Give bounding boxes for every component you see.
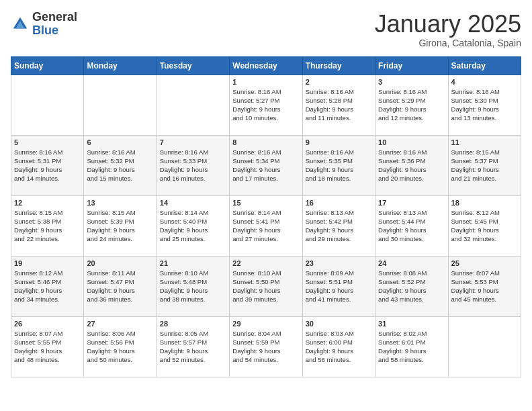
calendar-cell: 12Sunrise: 8:15 AM Sunset: 5:38 PM Dayli… [11, 195, 84, 256]
weekday-header-thursday: Thursday [302, 56, 375, 75]
day-number: 3 [378, 78, 445, 86]
title-block: January 2025 Girona, Catalonia, Spain [375, 11, 521, 48]
day-info: Sunrise: 8:16 AM Sunset: 5:31 PM Dayligh… [14, 148, 81, 183]
day-number: 27 [87, 320, 153, 328]
location-text: Girona, Catalonia, Spain [375, 38, 521, 48]
day-info: Sunrise: 8:16 AM Sunset: 5:33 PM Dayligh… [160, 148, 226, 183]
day-info: Sunrise: 8:12 AM Sunset: 5:46 PM Dayligh… [14, 269, 81, 304]
day-info: Sunrise: 8:16 AM Sunset: 5:34 PM Dayligh… [232, 148, 299, 183]
day-number: 1 [232, 78, 299, 86]
day-number: 23 [306, 259, 372, 267]
day-number: 12 [14, 199, 81, 207]
day-info: Sunrise: 8:11 AM Sunset: 5:47 PM Dayligh… [87, 269, 153, 304]
day-number: 30 [306, 320, 372, 328]
day-number: 15 [232, 199, 299, 207]
day-info: Sunrise: 8:15 AM Sunset: 5:37 PM Dayligh… [451, 148, 518, 183]
day-info: Sunrise: 8:13 AM Sunset: 5:42 PM Dayligh… [306, 208, 372, 244]
day-info: Sunrise: 8:16 AM Sunset: 5:35 PM Dayligh… [306, 148, 372, 183]
calendar-cell: 15Sunrise: 8:14 AM Sunset: 5:41 PM Dayli… [230, 195, 302, 256]
weekday-header-friday: Friday [375, 56, 448, 75]
day-number: 24 [378, 259, 445, 267]
day-info: Sunrise: 8:12 AM Sunset: 5:45 PM Dayligh… [451, 208, 518, 244]
calendar-week-row: 26Sunrise: 8:07 AM Sunset: 5:55 PM Dayli… [11, 316, 521, 377]
calendar-cell: 2Sunrise: 8:16 AM Sunset: 5:28 PM Daylig… [302, 75, 375, 135]
calendar-cell: 10Sunrise: 8:16 AM Sunset: 5:36 PM Dayli… [375, 135, 448, 195]
day-number: 28 [160, 320, 226, 328]
logo-icon [11, 15, 30, 34]
day-info: Sunrise: 8:16 AM Sunset: 5:32 PM Dayligh… [87, 148, 153, 183]
day-number: 20 [87, 259, 153, 267]
day-info: Sunrise: 8:02 AM Sunset: 6:01 PM Dayligh… [378, 329, 445, 365]
day-info: Sunrise: 8:16 AM Sunset: 5:36 PM Dayligh… [378, 148, 445, 183]
day-number: 25 [451, 259, 518, 267]
logo-general-text: General [32, 11, 77, 24]
calendar-cell: 6Sunrise: 8:16 AM Sunset: 5:32 PM Daylig… [84, 135, 157, 195]
logo: General Blue [11, 11, 77, 38]
day-info: Sunrise: 8:16 AM Sunset: 5:27 PM Dayligh… [232, 87, 299, 123]
day-info: Sunrise: 8:15 AM Sunset: 5:38 PM Dayligh… [14, 208, 81, 244]
calendar-cell: 17Sunrise: 8:13 AM Sunset: 5:44 PM Dayli… [375, 195, 448, 256]
calendar-cell: 5Sunrise: 8:16 AM Sunset: 5:31 PM Daylig… [11, 135, 84, 195]
day-number: 29 [232, 320, 299, 328]
calendar-cell: 3Sunrise: 8:16 AM Sunset: 5:29 PM Daylig… [375, 75, 448, 135]
calendar-cell [448, 316, 521, 377]
weekday-header-saturday: Saturday [448, 56, 521, 75]
weekday-header-row: SundayMondayTuesdayWednesdayThursdayFrid… [11, 56, 521, 75]
day-number: 9 [306, 138, 372, 146]
calendar-cell: 30Sunrise: 8:03 AM Sunset: 6:00 PM Dayli… [302, 316, 375, 377]
calendar-cell [157, 75, 229, 135]
calendar-cell: 24Sunrise: 8:08 AM Sunset: 5:52 PM Dayli… [375, 256, 448, 316]
calendar-cell: 23Sunrise: 8:09 AM Sunset: 5:51 PM Dayli… [302, 256, 375, 316]
calendar-cell: 4Sunrise: 8:16 AM Sunset: 5:30 PM Daylig… [448, 75, 521, 135]
day-number: 21 [160, 259, 226, 267]
day-number: 6 [87, 138, 153, 146]
calendar-cell: 29Sunrise: 8:04 AM Sunset: 5:59 PM Dayli… [230, 316, 302, 377]
calendar-cell [84, 75, 157, 135]
day-info: Sunrise: 8:15 AM Sunset: 5:39 PM Dayligh… [87, 208, 153, 244]
day-info: Sunrise: 8:05 AM Sunset: 5:57 PM Dayligh… [160, 329, 226, 365]
day-info: Sunrise: 8:07 AM Sunset: 5:55 PM Dayligh… [14, 329, 81, 365]
day-info: Sunrise: 8:07 AM Sunset: 5:53 PM Dayligh… [451, 269, 518, 304]
calendar-week-row: 5Sunrise: 8:16 AM Sunset: 5:31 PM Daylig… [11, 135, 521, 195]
weekday-header-sunday: Sunday [11, 56, 84, 75]
day-number: 7 [160, 138, 226, 146]
calendar-cell: 25Sunrise: 8:07 AM Sunset: 5:53 PM Dayli… [448, 256, 521, 316]
day-number: 14 [160, 199, 226, 207]
day-number: 19 [14, 259, 81, 267]
month-title: January 2025 [375, 11, 521, 38]
calendar-cell: 1Sunrise: 8:16 AM Sunset: 5:27 PM Daylig… [230, 75, 302, 135]
day-info: Sunrise: 8:13 AM Sunset: 5:44 PM Dayligh… [378, 208, 445, 244]
day-number: 22 [232, 259, 299, 267]
calendar-cell: 28Sunrise: 8:05 AM Sunset: 5:57 PM Dayli… [157, 316, 229, 377]
weekday-header-tuesday: Tuesday [157, 56, 229, 75]
day-number: 8 [232, 138, 299, 146]
calendar-week-row: 1Sunrise: 8:16 AM Sunset: 5:27 PM Daylig… [11, 75, 521, 135]
day-info: Sunrise: 8:16 AM Sunset: 5:30 PM Dayligh… [451, 87, 518, 123]
calendar-cell [11, 75, 84, 135]
page-header: General Blue January 2025 Girona, Catalo… [11, 11, 521, 48]
calendar-table: SundayMondayTuesdayWednesdayThursdayFrid… [11, 56, 521, 377]
calendar-cell: 31Sunrise: 8:02 AM Sunset: 6:01 PM Dayli… [375, 316, 448, 377]
calendar-cell: 22Sunrise: 8:10 AM Sunset: 5:50 PM Dayli… [230, 256, 302, 316]
day-info: Sunrise: 8:10 AM Sunset: 5:50 PM Dayligh… [232, 269, 299, 304]
calendar-cell: 21Sunrise: 8:10 AM Sunset: 5:48 PM Dayli… [157, 256, 229, 316]
calendar-cell: 16Sunrise: 8:13 AM Sunset: 5:42 PM Dayli… [302, 195, 375, 256]
calendar-cell: 13Sunrise: 8:15 AM Sunset: 5:39 PM Dayli… [84, 195, 157, 256]
logo-text: General Blue [32, 11, 77, 38]
calendar-cell: 8Sunrise: 8:16 AM Sunset: 5:34 PM Daylig… [230, 135, 302, 195]
day-info: Sunrise: 8:10 AM Sunset: 5:48 PM Dayligh… [160, 269, 226, 304]
day-number: 11 [451, 138, 518, 146]
day-number: 17 [378, 199, 445, 207]
day-info: Sunrise: 8:16 AM Sunset: 5:28 PM Dayligh… [306, 87, 372, 123]
calendar-week-row: 12Sunrise: 8:15 AM Sunset: 5:38 PM Dayli… [11, 195, 521, 256]
day-number: 2 [306, 78, 372, 86]
day-info: Sunrise: 8:06 AM Sunset: 5:56 PM Dayligh… [87, 329, 153, 365]
day-info: Sunrise: 8:16 AM Sunset: 5:29 PM Dayligh… [378, 87, 445, 123]
calendar-cell: 11Sunrise: 8:15 AM Sunset: 5:37 PM Dayli… [448, 135, 521, 195]
calendar-cell: 14Sunrise: 8:14 AM Sunset: 5:40 PM Dayli… [157, 195, 229, 256]
day-info: Sunrise: 8:04 AM Sunset: 5:59 PM Dayligh… [232, 329, 299, 365]
day-number: 10 [378, 138, 445, 146]
calendar-cell: 18Sunrise: 8:12 AM Sunset: 5:45 PM Dayli… [448, 195, 521, 256]
calendar-cell: 27Sunrise: 8:06 AM Sunset: 5:56 PM Dayli… [84, 316, 157, 377]
day-info: Sunrise: 8:03 AM Sunset: 6:00 PM Dayligh… [306, 329, 372, 365]
